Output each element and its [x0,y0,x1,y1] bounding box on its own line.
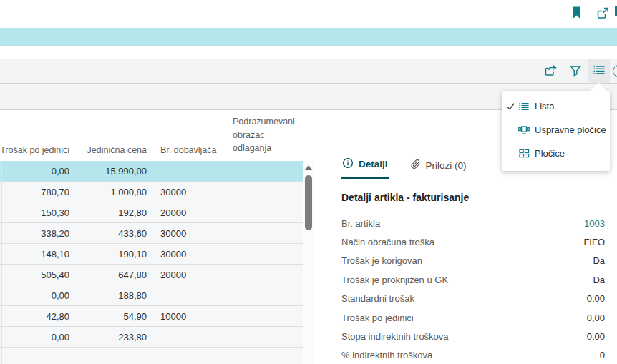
bookmark-icon [570,6,583,22]
filter-button[interactable] [567,63,584,80]
table-row-empty[interactable] [0,348,303,364]
menu-item-uspravne-plocice[interactable]: Uspravne pločice [502,118,610,142]
table-row[interactable]: 148,10 190,10 30000 [0,244,303,265]
table-left-border [1,161,2,364]
cell-trosak: 0,00 [0,166,69,177]
cell-cena: 190,10 [69,249,147,260]
cell-cena: 15.990,00 [69,166,147,177]
cell-dobavljac: 20000 [147,270,303,280]
tab-detalji[interactable]: Detalji [341,156,389,179]
cell-cena: 1.000,80 [69,187,147,197]
field-label: % indirektnih troškova [341,350,432,360]
tiles-icon [518,149,530,158]
field-value: 0,00 [587,313,605,323]
detail-field-trosak-po-jedinici: Trošak po jedinici 0,00 [341,308,605,327]
cell-trosak: 505,40 [0,270,69,280]
share-button[interactable] [542,63,559,80]
column-header-podrazumevani-obrazac[interactable]: Podrazumevani obrazac odlaganja [219,115,303,155]
scrollbar-up-arrow-icon[interactable] [305,165,312,170]
table-row[interactable]: 150,30 192,80 20000 [0,202,303,223]
field-label: Trošak je proknjižen u GK [341,275,448,285]
open-in-new-icon [596,6,610,22]
cell-trosak: 0,00 [0,290,69,301]
cell-trosak: 0,00 [0,332,69,343]
table-row[interactable]: 42,80 54,90 10000 [0,306,303,327]
top-navigation-bar [0,0,617,28]
cell-dobavljac: 30000 [147,187,303,197]
cell-cena: 233,80 [69,332,147,343]
table-row[interactable]: 505,40 647,80 20000 [0,265,303,285]
details-heading: Detalji artikla - fakturisanje [341,192,605,203]
details-panel: Detalji Prilozi (0) Detalji artikla - fa… [341,156,605,364]
cell-cena: 647,80 [69,270,147,280]
field-value-link[interactable]: 1003 [584,218,605,229]
checkmark-icon [506,102,518,111]
cell-trosak: 148,10 [0,249,69,260]
field-label: Standardni trošak [341,293,414,304]
items-table: 0,00 15.990,00 780,70 1.000,80 30000 150… [0,161,303,364]
field-label: Stopa indirektnih troškova [341,331,449,342]
menu-item-label: Pločice [535,148,565,159]
cell-trosak: 150,30 [0,207,69,218]
field-label: Trošak po jedinici [341,313,414,323]
table-row[interactable]: 0,00 188,80 [0,285,303,306]
cell-cena: 433,60 [69,228,147,239]
layout-options-button[interactable] [588,59,610,83]
table-row-selected[interactable]: 0,00 15.990,00 [0,161,303,182]
field-value: Da [593,275,605,285]
menu-item-label: Lista [535,101,554,112]
detail-field-trosak-proknjizen: Trošak je proknjižen u GK Da [341,270,605,289]
open-in-new-window-button[interactable] [594,5,611,22]
paperclip-icon [411,159,421,172]
list-icon [518,102,530,112]
field-value: Da [593,255,605,266]
action-toolbar [0,59,617,84]
menu-item-label: Uspravne pločice [535,124,606,135]
table-row[interactable]: 338,20 433,60 30000 [0,223,303,244]
column-header-jedinicna-cena[interactable]: Jedinična cena [69,145,147,155]
page-header-band [0,28,617,46]
cell-trosak: 780,70 [0,187,69,197]
field-value: FIFO [583,237,605,247]
view-options-menu: Lista Uspravne pločice Pločice [502,91,610,171]
detail-field-standardni-trosak: Standardni trošak 0,00 [341,290,605,308]
tab-prilozi-label: Prilozi (0) [426,160,467,171]
bookmark-button[interactable] [568,5,585,22]
column-header-br-dobavljaca[interactable]: Br. dobavljača [147,145,219,155]
tall-tiles-icon [518,125,530,135]
tab-prilozi[interactable]: Prilozi (0) [410,156,467,179]
cell-dobavljac: 20000 [147,207,303,218]
field-value: 0,00 [587,331,605,342]
info-icon [342,157,354,171]
detail-field-nacin-obracuna: Način obračuna troška FIFO [341,232,605,251]
list-view-icon [593,64,606,78]
menu-item-plocice[interactable]: Pločice [502,142,610,165]
detail-field-br-artikla: Br. artikla 1003 [341,214,605,232]
cell-cena: 188,80 [69,290,147,301]
detail-field-stopa-indirektnih: Stopa indirektnih troškova 0,00 [341,327,605,345]
column-header-trosak-po-jedinici[interactable]: Trošak po jedinici [0,145,69,155]
cell-trosak: 338,20 [0,228,69,239]
table-header-row: Trošak po jedinici Jedinična cena Br. do… [0,111,303,161]
table-row[interactable]: 0,00 233,80 [0,327,303,348]
field-value: 0,00 [587,293,605,304]
cell-dobavljac: 30000 [147,228,303,239]
cell-dobavljac: 30000 [147,249,303,260]
cell-cena: 54,90 [69,311,147,322]
table-row[interactable]: 780,70 1.000,80 30000 [0,182,303,202]
clipped-edge-icon [613,65,617,77]
field-label: Trošak je korigovan [341,255,422,266]
field-label: Način obračuna troška [341,237,434,247]
cell-dobavljac: 10000 [147,311,303,322]
details-fields: Br. artikla 1003 Način obračuna troška F… [341,214,605,364]
menu-caret [591,82,606,91]
share-icon [544,64,558,79]
table-scrollbar[interactable] [303,161,314,364]
tab-detalji-label: Detalji [359,159,388,169]
detail-field-procenat-indirektnih: % indirektnih troškova 0 [341,346,605,364]
menu-item-lista[interactable]: Lista [502,94,610,118]
scrollbar-thumb[interactable] [305,175,312,230]
field-value: 0 [600,350,605,360]
filter-icon [569,64,582,79]
cell-trosak: 42,80 [0,311,69,322]
